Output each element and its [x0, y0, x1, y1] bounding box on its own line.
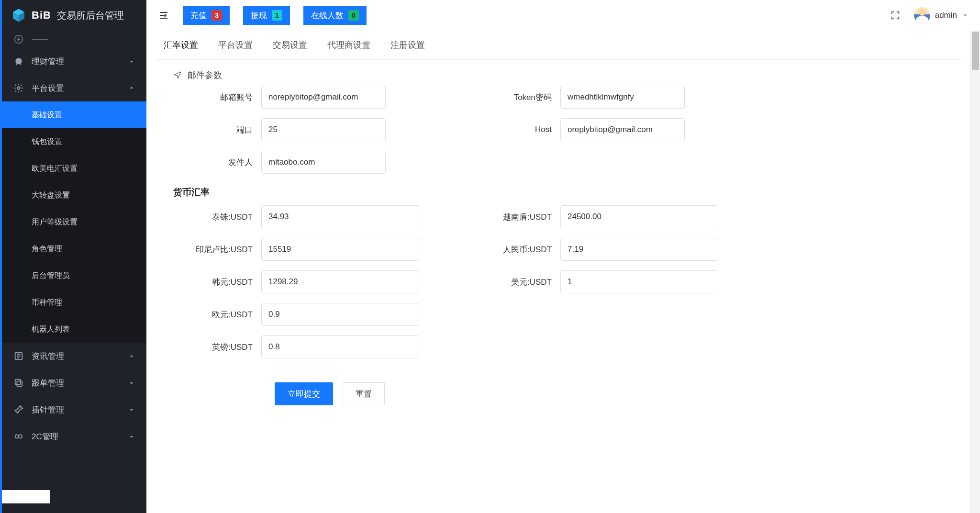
svg-point-4	[17, 87, 20, 89]
mail-legend: 邮件参数	[156, 60, 961, 86]
mail-sender-label: 发件人	[161, 157, 261, 168]
tab-platform[interactable]: 平台设置	[218, 39, 253, 59]
rate-gbp-label: 英镑:USDT	[161, 342, 261, 353]
mail-form: 邮箱账号 Token密码 端口 Host	[156, 86, 730, 174]
chevron-down-icon	[128, 353, 135, 359]
svg-point-9	[19, 435, 22, 438]
rate-usd-input[interactable]	[560, 270, 718, 293]
submenu-item-basic[interactable]: 基础设置	[2, 101, 146, 128]
rate-thb-item: 泰铢:USDT	[161, 205, 431, 228]
content-wrap: 汇率设置 平台设置 交易设置 代理商设置 注册设置 邮件参数 邮箱账号	[146, 31, 980, 513]
rate-vnd-item: 越南盾:USDT	[460, 205, 730, 228]
rate-krw-item: 韩元:USDT	[161, 270, 431, 293]
rate-krw-input[interactable]	[261, 270, 419, 293]
scrollbar-track[interactable]	[970, 31, 980, 513]
avatar	[914, 7, 930, 23]
submenu-item-wire[interactable]: 欧美电汇设置	[2, 155, 146, 182]
rate-usd-label: 美元:USDT	[460, 277, 560, 288]
submenu-item-wheel[interactable]: 大转盘设置	[2, 182, 146, 209]
sidebar-menu: —— 理财管理 平台设置 基础设置 钱包设置 欧美电汇设置 大转盘设置 用户等级…	[2, 31, 146, 513]
submenu-label: 后台管理员	[32, 271, 70, 281]
mail-sender-item: 发件人	[161, 151, 431, 174]
chevron-down-icon	[128, 406, 135, 413]
submenu-item-roles[interactable]: 角色管理	[2, 235, 146, 262]
content-scroll[interactable]: 汇率设置 平台设置 交易设置 代理商设置 注册设置 邮件参数 邮箱账号	[146, 31, 970, 513]
sidebar-item-label: ——	[32, 34, 48, 44]
tab-agent[interactable]: 代理商设置	[327, 39, 370, 59]
sidebar-item-finance[interactable]: 理财管理	[2, 48, 146, 75]
rate-cny-label: 人民币:USDT	[460, 244, 560, 255]
scrollbar-thumb[interactable]	[972, 32, 979, 70]
submenu-item-userlevel[interactable]: 用户等级设置	[2, 209, 146, 235]
user-menu[interactable]: admin	[914, 7, 969, 23]
sidebar-item-spike[interactable]: 插针管理	[2, 396, 146, 423]
mail-email-input[interactable]	[261, 86, 386, 109]
rate-idr-input[interactable]	[261, 238, 419, 261]
piggy-icon	[13, 56, 24, 67]
mail-host-label: Host	[460, 125, 560, 134]
paper-plane-icon	[173, 71, 182, 79]
mail-host-input[interactable]	[560, 118, 685, 141]
submenu-label: 用户等级设置	[32, 217, 78, 227]
tab-rate[interactable]: 汇率设置	[164, 39, 198, 59]
sidebar-item-news[interactable]: 资讯管理	[2, 343, 146, 369]
tab-label: 交易设置	[273, 40, 307, 50]
logo-text: BiB	[32, 9, 51, 22]
username: admin	[935, 11, 957, 20]
submenu-label: 基础设置	[32, 110, 62, 120]
recharge-count: 3	[212, 10, 222, 21]
sidebar-item-partial[interactable]: ——	[2, 31, 146, 48]
mail-token-input[interactable]	[560, 86, 685, 109]
tab-trade[interactable]: 交易设置	[273, 39, 307, 59]
online-label: 在线人数	[311, 10, 344, 21]
chevron-up-icon	[128, 85, 135, 91]
tab-label: 代理商设置	[327, 40, 370, 50]
rate-gbp-input[interactable]	[261, 335, 419, 358]
fullscreen-icon[interactable]	[890, 10, 901, 21]
sidebar-item-label: 跟单管理	[32, 378, 64, 389]
rate-krw-label: 韩元:USDT	[161, 277, 261, 288]
brand-block: BiB 交易所后台管理	[2, 0, 146, 31]
svg-rect-7	[15, 379, 21, 385]
rate-vnd-input[interactable]	[560, 205, 718, 228]
menu-toggle-icon[interactable]	[158, 10, 169, 21]
rates-title: 货币汇率	[156, 174, 961, 205]
plus-circle-icon	[13, 34, 24, 45]
mail-port-item: 端口	[161, 118, 431, 141]
sidebar-item-c2c[interactable]: 2C管理	[2, 423, 146, 450]
sidebar-item-copytrade[interactable]: 跟单管理	[2, 369, 146, 396]
mail-sender-input[interactable]	[261, 151, 386, 174]
online-button[interactable]: 在线人数 0	[303, 6, 367, 25]
submenu-item-wallet[interactable]: 钱包设置	[2, 128, 146, 155]
settings-tabs: 汇率设置 平台设置 交易设置 代理商设置 注册设置	[156, 31, 961, 60]
sidebar-item-platform[interactable]: 平台设置	[2, 75, 146, 101]
brand-subtitle: 交易所后台管理	[57, 9, 124, 22]
mail-port-input[interactable]	[261, 118, 386, 141]
tab-label: 汇率设置	[164, 40, 198, 50]
rate-eur-label: 欧元:USDT	[161, 309, 261, 320]
rate-cny-input[interactable]	[560, 238, 718, 261]
submenu-label: 币种管理	[32, 298, 62, 308]
rate-eur-input[interactable]	[261, 303, 419, 326]
withdraw-button[interactable]: 提现 1	[243, 6, 290, 25]
withdraw-label: 提现	[251, 10, 267, 21]
submenu-item-coins[interactable]: 币种管理	[2, 289, 146, 316]
submenu-item-robots[interactable]: 机器人列表	[2, 316, 146, 343]
tab-register[interactable]: 注册设置	[390, 39, 425, 59]
mail-token-label: Token密码	[460, 92, 560, 103]
submenu-item-admins[interactable]: 后台管理员	[2, 262, 146, 289]
rate-cny-item: 人民币:USDT	[460, 238, 730, 261]
rates-form: 泰铢:USDT 越南盾:USDT 印尼卢比:USDT 人民币:USDT	[156, 205, 730, 358]
mail-email-label: 邮箱账号	[161, 92, 261, 103]
reset-button[interactable]: 重置	[343, 382, 385, 405]
sidebar-item-label: 平台设置	[32, 83, 64, 94]
submenu-label: 机器人列表	[32, 324, 70, 335]
recharge-button[interactable]: 充值 3	[183, 6, 230, 25]
rate-gbp-item: 英镑:USDT	[161, 335, 431, 358]
submit-button[interactable]: 立即提交	[275, 382, 333, 405]
submenu-label: 欧美电汇设置	[32, 164, 78, 174]
rate-thb-input[interactable]	[261, 205, 419, 228]
mail-host-item: Host	[460, 118, 730, 141]
mail-legend-text: 邮件参数	[188, 69, 222, 81]
chevron-down-icon	[128, 379, 135, 386]
